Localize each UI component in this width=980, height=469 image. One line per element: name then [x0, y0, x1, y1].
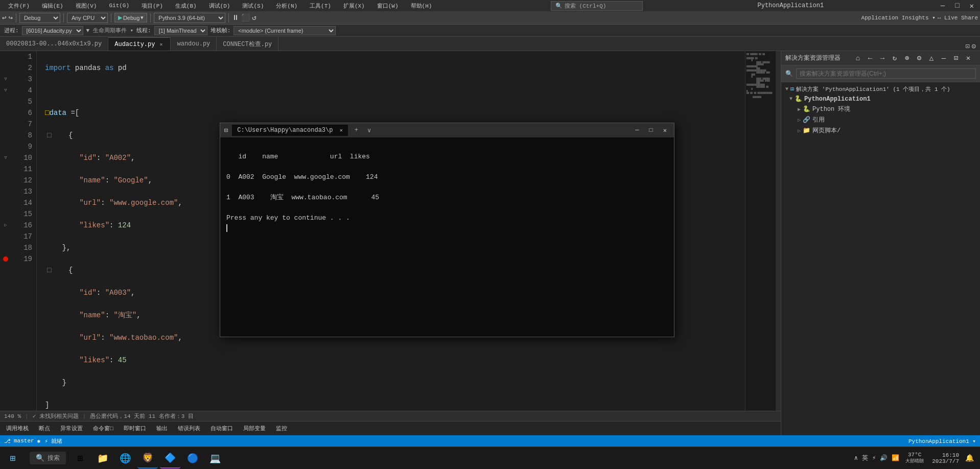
debug-tab-locals[interactable]: 局部变量	[241, 424, 268, 433]
close-icon[interactable]: ✕	[968, 2, 976, 10]
menu-help[interactable]: 帮助(H)	[407, 1, 436, 11]
terminal-add-icon[interactable]: +	[352, 126, 361, 135]
tab-1-close[interactable]: ✕	[158, 41, 164, 48]
terminal-tab-close-icon[interactable]: ✕	[340, 128, 343, 133]
terminal-content[interactable]: id name url likes 0 A002 Google www.goog…	[220, 137, 674, 337]
terminal-maximize-btn[interactable]: □	[646, 126, 656, 135]
toolbar-undo[interactable]: ↩	[2, 13, 6, 22]
menu-analyze[interactable]: 分析(N)	[272, 1, 301, 11]
fold-icon-3[interactable]: ▽	[4, 74, 7, 85]
maximize-icon[interactable]: □	[953, 2, 961, 10]
debug-tab-output[interactable]: 输出	[154, 424, 170, 433]
menu-debug[interactable]: 调试(D)	[205, 1, 235, 11]
sidebar-forward-btn[interactable]: →	[877, 53, 888, 64]
taskbar-browser[interactable]: 🌐	[115, 448, 135, 468]
tree-python-env[interactable]: ▶ 🐍 Python 环境	[781, 104, 980, 114]
stop-btn[interactable]: ⬛	[241, 13, 250, 22]
tab-2[interactable]: wandou.py	[171, 37, 217, 51]
tray-expand-icon[interactable]: ∧	[854, 454, 858, 462]
app-insights[interactable]: Application Insights ▾	[861, 14, 936, 21]
tray-lang[interactable]: 英	[862, 454, 868, 462]
terminal-close-btn[interactable]: ✕	[660, 126, 670, 135]
zoom-level[interactable]: 140 %	[4, 413, 21, 419]
fold-icon-4[interactable]: ▽	[4, 85, 7, 96]
tree-project[interactable]: ▼ 🐍 PythonApplication1	[781, 94, 980, 104]
terminal-tab[interactable]: C:\Users\Happy\anaconda3\p ✕	[232, 125, 347, 136]
taskbar-anaconda[interactable]: 🔵	[182, 448, 203, 468]
fold-icon-10[interactable]: ▽	[4, 152, 7, 163]
clock-date: 2023/7/7	[932, 458, 959, 464]
python-dropdown[interactable]: Python 3.9 (64-bit)	[154, 13, 225, 23]
taskbar-search-box[interactable]: 🔍 搜索	[30, 452, 66, 464]
menu-extension[interactable]: 扩展(X)	[339, 1, 369, 11]
menu-window[interactable]: 窗口(W)	[373, 1, 403, 11]
debug-tab-auto[interactable]: 自动窗口	[208, 424, 235, 433]
debug-tab-errors[interactable]: 错误列表	[176, 424, 202, 433]
global-search-box[interactable]: 🔍 搜索 (Ctrl+Q)	[551, 1, 643, 11]
tab-0[interactable]: 00020813-00...046x0x1x9.py	[0, 37, 108, 51]
taskbar-edge[interactable]: 🦁	[137, 448, 158, 468]
lifecycle-btn[interactable]: ▼ 生命周期事件 ▾	[86, 27, 133, 34]
taskbar-start[interactable]: ⊞	[0, 453, 26, 464]
stack-dropdown[interactable]: <module> (Current frame)	[234, 26, 336, 35]
tab-split-icon[interactable]: ⊡	[965, 42, 969, 51]
line-num-18: 18	[11, 242, 32, 253]
sidebar-search-input[interactable]	[796, 68, 976, 79]
tree-arrow-solution: ▼	[785, 86, 788, 92]
debug-tab-callstack[interactable]: 调用堆栈	[4, 424, 31, 433]
windows-start-icon[interactable]: ⊞	[10, 453, 16, 464]
status-branch[interactable]: master	[14, 438, 34, 444]
sidebar-close-btn[interactable]: ✕	[963, 53, 974, 64]
process-dropdown[interactable]: [6016] Audacity.py	[22, 26, 83, 35]
debug-tab-immediate[interactable]: 即时窗口	[122, 424, 148, 433]
cpu-dropdown[interactable]: Any CPU	[67, 13, 108, 23]
taskbar-vs[interactable]: 🔷	[160, 448, 180, 468]
debug-tab-command[interactable]: 命令窗□	[91, 424, 115, 433]
restart-btn[interactable]: ↺	[252, 13, 256, 22]
sidebar-float-btn[interactable]: ⊡	[950, 53, 962, 64]
tab-3[interactable]: CONNECT检查.py	[217, 37, 278, 51]
tree-solution[interactable]: ▼ ⊞ 解决方案 'PythonApplication1' (1 个项目，共 1…	[781, 84, 980, 94]
debug-tab-watch[interactable]: 监控	[274, 424, 289, 433]
debug-config-dropdown[interactable]: Debug	[19, 13, 60, 23]
gutter-13	[0, 186, 11, 197]
minimize-icon[interactable]: —	[939, 2, 947, 10]
status-project[interactable]: PythonApplication1 ▾	[908, 438, 976, 444]
menu-view[interactable]: 视图(V)	[72, 1, 101, 11]
breakpoint-19[interactable]	[3, 256, 8, 262]
sidebar-filter-btn[interactable]: ⊕	[901, 53, 913, 64]
menu-test[interactable]: 测试(S)	[238, 1, 268, 11]
toolbar-redo[interactable]: ↪	[8, 13, 12, 22]
notification-icon[interactable]: 🔔	[965, 454, 974, 462]
sidebar-minimize-btn[interactable]: —	[938, 53, 949, 64]
editor-scrollbar[interactable]	[776, 51, 781, 411]
pause-btn[interactable]: ⏸	[232, 14, 239, 22]
run-button[interactable]: ▶ Debug ▾	[114, 13, 147, 22]
menu-project[interactable]: 项目(P)	[137, 1, 167, 11]
tab-settings-icon[interactable]: ⚙	[972, 42, 976, 51]
live-share[interactable]: ↔ Live Share	[938, 15, 978, 21]
fold-icon-16[interactable]: ▷	[4, 220, 7, 231]
tree-scripts[interactable]: ▷ 📁 网页脚本/	[781, 125, 980, 136]
menu-build[interactable]: 生成(B)	[171, 1, 201, 11]
sidebar-home-btn[interactable]: ⌂	[852, 53, 864, 64]
sidebar-settings-btn[interactable]: ⚙	[914, 53, 925, 64]
tree-refs[interactable]: ▷ 🔗 引用	[781, 114, 980, 125]
taskbar-file-manager[interactable]: 📁	[92, 448, 113, 468]
terminal-minimize-btn[interactable]: —	[632, 126, 642, 135]
sidebar-up-btn[interactable]: △	[926, 53, 937, 64]
menu-edit[interactable]: 编辑(E)	[38, 1, 67, 11]
terminal-chevron-icon[interactable]: ∨	[365, 126, 374, 135]
sidebar-refresh-btn[interactable]: ↻	[889, 53, 900, 64]
title-bar: 文件(F) 编辑(E) 视图(V) Git(G) 项目(P) 生成(B) 调试(…	[0, 0, 980, 11]
debug-tab-breakpoints[interactable]: 断点	[37, 424, 52, 433]
menu-git[interactable]: Git(G)	[105, 2, 133, 10]
taskbar-task-view[interactable]: ⊞	[70, 448, 90, 468]
taskbar-terminal[interactable]: 💻	[205, 448, 225, 468]
debug-tab-exceptions[interactable]: 异常设置	[58, 424, 85, 433]
thread-dropdown[interactable]: [1] MainThread	[154, 26, 207, 35]
menu-tools[interactable]: 工具(T)	[306, 1, 335, 11]
sidebar-back-btn[interactable]: ←	[865, 53, 876, 64]
tab-1[interactable]: Audacity.py ✕	[108, 37, 171, 51]
menu-file[interactable]: 文件(F)	[4, 1, 34, 11]
